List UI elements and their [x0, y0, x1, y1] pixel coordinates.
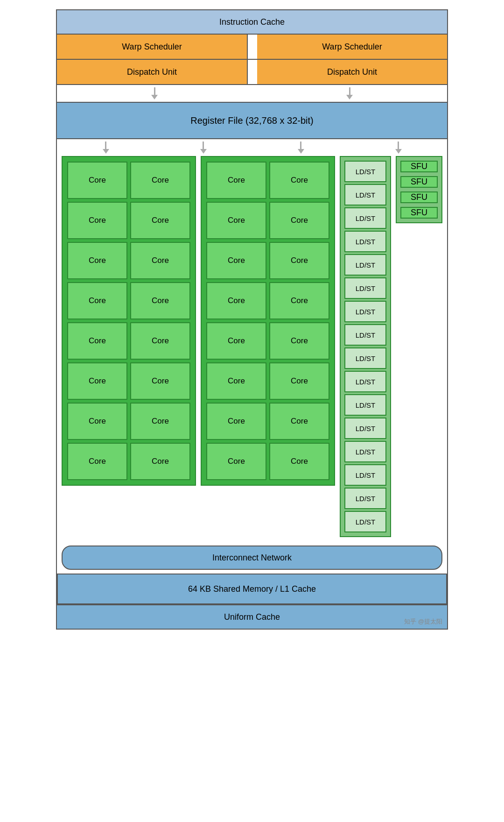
core-cell: Core: [269, 202, 329, 239]
core-cell: Core: [67, 443, 127, 480]
ldst-cell: LD/ST: [344, 347, 386, 369]
sfu-cell-2: SFU: [400, 176, 438, 188]
core-cell: Core: [206, 242, 266, 279]
core-cell: Core: [130, 282, 190, 319]
dispatch-unit-2: Dispatch Unit: [257, 60, 447, 84]
core-cell: Core: [269, 443, 329, 480]
core-cell: Core: [67, 242, 127, 279]
ldst-cell: LD/ST: [344, 371, 386, 392]
core-label: Core: [228, 256, 245, 265]
ldst-cell: LD/ST: [344, 231, 386, 252]
sfu-cell-4: SFU: [400, 207, 438, 219]
core-label: Core: [228, 417, 245, 426]
shared-memory: 64 KB Shared Memory / L1 Cache: [57, 574, 447, 604]
sfu-label: SFU: [411, 177, 427, 187]
core-row-2-8: Core Core: [206, 443, 329, 480]
core-cell: Core: [206, 443, 266, 480]
core-cell: Core: [269, 242, 329, 279]
core-label: Core: [228, 336, 245, 346]
core-label: Core: [89, 417, 106, 426]
warp-spacer: [248, 35, 257, 59]
ldst-label: LD/ST: [356, 518, 376, 526]
core-cell: Core: [130, 443, 190, 480]
core-label: Core: [228, 296, 245, 305]
warp-scheduler-2: Warp Scheduler: [257, 35, 447, 59]
arrow-6: [395, 142, 402, 154]
core-row-2-4: Core Core: [206, 282, 329, 319]
core-label: Core: [291, 176, 308, 185]
core-row-1-8: Core Core: [67, 443, 190, 480]
ldst-label: LD/ST: [356, 308, 376, 316]
core-label: Core: [291, 256, 308, 265]
core-row-1-6: Core Core: [67, 362, 190, 400]
core-cell: Core: [130, 242, 190, 279]
ldst-cell: LD/ST: [344, 488, 386, 509]
ldst-label: LD/ST: [356, 261, 376, 269]
arrow-2: [346, 87, 353, 99]
register-file-label: Register File (32,768 x 32-bit): [190, 115, 313, 126]
core-label: Core: [291, 417, 308, 426]
core-row-2-5: Core Core: [206, 322, 329, 360]
core-label: Core: [291, 336, 308, 346]
core-row-1-5: Core Core: [67, 322, 190, 360]
ldst-label: LD/ST: [356, 425, 376, 432]
arrow-3: [103, 142, 109, 154]
core-cell: Core: [67, 202, 127, 239]
core-cell: Core: [269, 322, 329, 360]
sfu-cell-1: SFU: [400, 161, 438, 172]
core-cell: Core: [130, 403, 190, 440]
core-cell: Core: [206, 362, 266, 400]
core-label: Core: [152, 336, 169, 346]
ldst-cell: LD/ST: [344, 511, 386, 532]
ldst-label: LD/ST: [356, 378, 376, 386]
core-cell: Core: [206, 322, 266, 360]
watermark: 知乎 @提太阳: [404, 617, 442, 626]
main-units-row: Core Core Core Core Core Core Core Core …: [57, 156, 447, 542]
warp-scheduler-1: Warp Scheduler: [57, 35, 248, 59]
dispatch-unit-row: Dispatch Unit Dispatch Unit: [57, 60, 447, 85]
core-cell: Core: [269, 403, 329, 440]
core-label: Core: [291, 376, 308, 386]
ldst-cell: LD/ST: [344, 161, 386, 182]
ldst-group: LD/ST LD/ST LD/ST LD/ST LD/ST LD/ST LD/S…: [340, 156, 391, 537]
core-label: Core: [228, 376, 245, 386]
interconnect-network: Interconnect Network: [62, 546, 442, 570]
diagram-container: Instruction Cache Warp Scheduler Warp Sc…: [56, 9, 448, 630]
core-cell: Core: [67, 362, 127, 400]
core-group-1: Core Core Core Core Core Core Core Core …: [62, 156, 196, 486]
register-file: Register File (32,768 x 32-bit): [57, 102, 447, 139]
core-label: Core: [152, 417, 169, 426]
sfu-cell-3: SFU: [400, 191, 438, 203]
core-row-2-3: Core Core: [206, 242, 329, 279]
instruction-cache: Instruction Cache: [57, 10, 447, 35]
core-cell: Core: [67, 162, 127, 199]
core-cell: Core: [269, 362, 329, 400]
core-label: Core: [152, 176, 169, 185]
arrows-to-register: [57, 85, 447, 102]
core-label: Core: [291, 216, 308, 225]
core-row-1-7: Core Core: [67, 403, 190, 440]
ldst-label: LD/ST: [356, 191, 376, 199]
ldst-label: LD/ST: [356, 238, 376, 246]
core-label: Core: [152, 457, 169, 466]
core-label: Core: [89, 376, 106, 386]
core-label: Core: [89, 296, 106, 305]
dispatch-unit-1: Dispatch Unit: [57, 60, 248, 84]
core-row-1-3: Core Core: [67, 242, 190, 279]
ldst-cell: LD/ST: [344, 418, 386, 439]
core-label: Core: [291, 296, 308, 305]
ldst-cell: LD/ST: [344, 207, 386, 229]
core-row-2-7: Core Core: [206, 403, 329, 440]
core-cell: Core: [67, 403, 127, 440]
core-cell: Core: [130, 322, 190, 360]
sfu-label: SFU: [411, 192, 427, 202]
ldst-cell: LD/ST: [344, 324, 386, 346]
sfu-label: SFU: [411, 208, 427, 218]
ldst-label: LD/ST: [356, 401, 376, 409]
core-label: Core: [89, 336, 106, 346]
dispatch-spacer: [248, 60, 257, 84]
core-row-2-6: Core Core: [206, 362, 329, 400]
ldst-cell: LD/ST: [344, 184, 386, 206]
core-label: Core: [89, 457, 106, 466]
core-group-2: Core Core Core Core Core Core Core Core …: [201, 156, 335, 486]
